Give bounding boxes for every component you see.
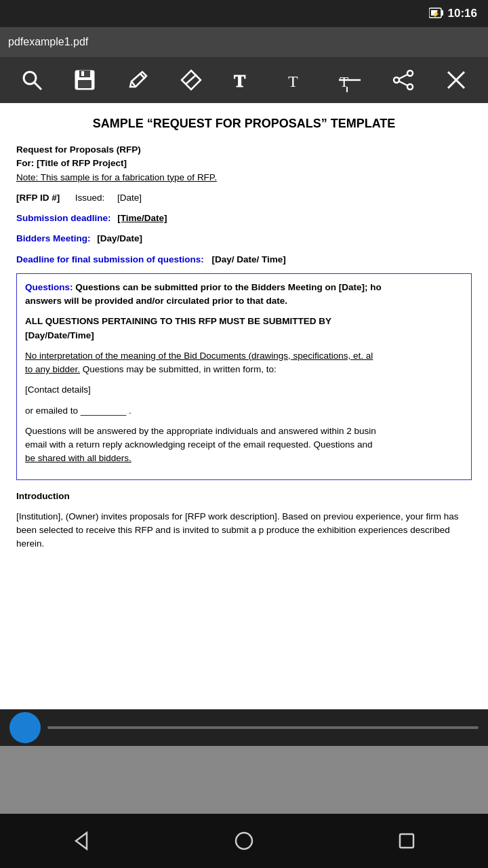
scroll-track[interactable] bbox=[47, 726, 479, 729]
questions-answered-text: Questions will be answered by the approp… bbox=[25, 426, 376, 436]
questions-label: Questions: bbox=[25, 282, 73, 292]
svg-rect-1 bbox=[441, 10, 443, 16]
questions-answered-para: Questions will be answered by the approp… bbox=[25, 425, 463, 466]
filename-label: pdfexample1.pdf bbox=[8, 36, 88, 48]
svg-point-26 bbox=[236, 833, 252, 849]
svg-rect-27 bbox=[400, 834, 413, 848]
no-interpretation-para: No interpretation of the meaning of the … bbox=[25, 349, 463, 377]
bidders-line: Bidders Meeting: [Day/Date] bbox=[16, 232, 472, 245]
svg-point-4 bbox=[24, 72, 36, 84]
rfp-note-text: Note: This sample is for a fabrication t… bbox=[16, 172, 217, 182]
nav-bar bbox=[0, 814, 488, 868]
questions-text2: answers will be provided and/or circulat… bbox=[25, 296, 287, 306]
svg-marker-25 bbox=[76, 833, 87, 849]
svg-rect-8 bbox=[78, 80, 92, 88]
scrollbar-area bbox=[0, 709, 488, 746]
deadline-line: Deadline for final submission of questio… bbox=[16, 253, 472, 267]
erase-button[interactable] bbox=[174, 62, 209, 98]
svg-point-19 bbox=[394, 77, 399, 83]
rfp-for-text: For: [Title of RFP Project] bbox=[16, 158, 127, 168]
svg-point-20 bbox=[407, 84, 413, 90]
edit-button[interactable] bbox=[121, 62, 156, 98]
no-interp2-text: to any bidder. bbox=[25, 364, 80, 374]
or-emailed-text: or emailed to _________ . bbox=[25, 406, 131, 416]
bidders-label: Bidders Meeting: bbox=[16, 233, 91, 243]
rfp-id-line: [RFP ID #] Issued: [Date] bbox=[16, 191, 472, 205]
svg-line-12 bbox=[186, 75, 197, 84]
questions-submitted-text: Questions may be submitted, in written f… bbox=[80, 364, 277, 374]
deadline-label: Deadline for final submission of questio… bbox=[16, 254, 204, 264]
submission-value: [Time/Date] bbox=[117, 213, 167, 223]
all-questions-text: ALL QUESTIONS PERTAINING TO THIS RFP MUS… bbox=[25, 316, 331, 326]
save-button[interactable] bbox=[67, 62, 102, 98]
time-display: 10:16 bbox=[448, 7, 477, 20]
toolbar: T T T bbox=[0, 57, 488, 103]
share-button[interactable] bbox=[386, 62, 421, 98]
rfp-date: [Date] bbox=[117, 193, 142, 203]
scroll-thumb[interactable] bbox=[9, 712, 41, 743]
rfp-id-label: [RFP ID #] bbox=[16, 193, 60, 203]
close-button[interactable] bbox=[439, 62, 474, 98]
questions-highlight-box: Questions: Questions can be submitted pr… bbox=[16, 273, 472, 480]
svg-line-22 bbox=[399, 81, 407, 85]
introduction-section: Introduction [Institution], (Owner) invi… bbox=[16, 490, 472, 551]
shared-text: be shared with all bidders. bbox=[25, 453, 131, 463]
recents-button[interactable] bbox=[386, 821, 427, 861]
back-button[interactable] bbox=[61, 821, 102, 861]
contact-para: [Contact details] bbox=[25, 383, 463, 397]
rfp-issued: Issued: bbox=[75, 193, 105, 203]
svg-text:T: T bbox=[234, 71, 245, 91]
submission-label: Submission deadline: bbox=[16, 213, 111, 223]
svg-text:T: T bbox=[288, 73, 298, 90]
all-questions-para: ALL QUESTIONS PERTAINING TO THIS RFP MUS… bbox=[25, 315, 463, 342]
search-button[interactable] bbox=[14, 62, 49, 98]
gray-area bbox=[0, 746, 488, 814]
document-body: Request for Proposals (RFP) For: [Title … bbox=[16, 143, 472, 551]
contact-text: [Contact details] bbox=[25, 384, 91, 395]
svg-line-21 bbox=[399, 75, 407, 79]
status-bar: ⚡ 10:16 bbox=[0, 0, 488, 27]
rfp-header: Request for Proposals (RFP) For: [Title … bbox=[16, 143, 472, 184]
status-icons: ⚡ 10:16 bbox=[429, 7, 477, 21]
home-button[interactable] bbox=[224, 821, 264, 861]
svg-point-18 bbox=[407, 71, 413, 76]
deadline-value: [Day/ Date/ Time] bbox=[212, 254, 286, 264]
questions-text1: Questions can be submitted prior to the … bbox=[73, 282, 382, 292]
intro-heading-text: Introduction bbox=[16, 491, 70, 501]
text-normal-button[interactable]: T bbox=[279, 62, 314, 98]
bidders-value: [Day/Date] bbox=[97, 233, 142, 243]
svg-rect-9 bbox=[81, 71, 84, 76]
or-emailed-para: or emailed to _________ . bbox=[25, 404, 463, 418]
text-bold-button[interactable]: T bbox=[226, 62, 262, 98]
rfp-header-text: Request for Proposals (RFP) bbox=[16, 144, 141, 155]
intro-heading: Introduction bbox=[16, 490, 472, 503]
text-strikethrough-button[interactable]: T bbox=[332, 62, 367, 98]
email-reply-text: email with a return reply acknowledging … bbox=[25, 439, 373, 450]
document-title: SAMPLE “REQUEST FOR PROPOSALS” TEMPLATE bbox=[16, 117, 472, 131]
by-date-text: [Day/Date/Time] bbox=[25, 330, 94, 340]
document-area: SAMPLE “REQUEST FOR PROPOSALS” TEMPLATE … bbox=[0, 103, 488, 709]
submission-line: Submission deadline: [Time/Date] bbox=[16, 212, 472, 225]
svg-rect-7 bbox=[79, 71, 90, 77]
svg-text:⚡: ⚡ bbox=[432, 9, 441, 18]
intro-body: [Institution], (Owner) invites proposals… bbox=[16, 510, 472, 551]
svg-line-5 bbox=[35, 83, 41, 90]
questions-para1: Questions: Questions can be submitted pr… bbox=[25, 281, 463, 309]
battery-icon: ⚡ bbox=[429, 7, 444, 21]
title-bar: pdfexample1.pdf bbox=[0, 27, 488, 57]
no-interpretation-text: No interpretation of the meaning of the … bbox=[25, 351, 373, 361]
